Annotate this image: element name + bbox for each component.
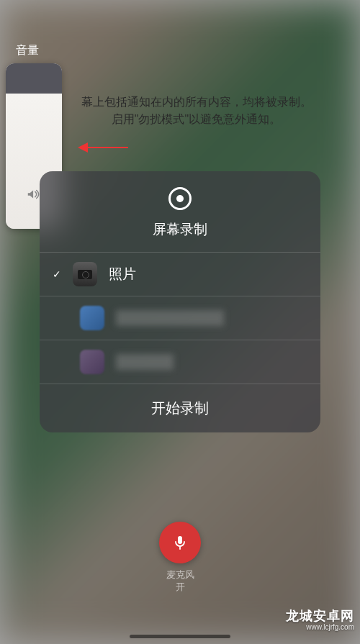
microphone-section: 麦克风 开 xyxy=(159,522,201,594)
watermark-title: 龙城安卓网 xyxy=(286,607,354,625)
start-recording-button[interactable]: 开始录制 xyxy=(40,384,320,432)
microphone-label: 麦克风 开 xyxy=(159,569,201,594)
volume-label: 音量 xyxy=(16,43,39,58)
microphone-toggle-button[interactable] xyxy=(159,522,201,563)
screen-recording-panel: 屏幕录制 ✓ 照片 开始录制 xyxy=(40,171,320,432)
app-name-blurred xyxy=(116,354,174,370)
checkmark-icon: ✓ xyxy=(53,268,66,280)
app-option-photos[interactable]: ✓ 照片 xyxy=(40,253,320,296)
app-option-blurred-2[interactable] xyxy=(40,340,320,384)
app-name-label: 照片 xyxy=(109,265,136,284)
app-icon-blurred xyxy=(80,350,104,374)
camera-app-icon xyxy=(73,262,97,286)
annotation-arrow xyxy=(78,140,128,155)
watermark: 龙城安卓网 www.lcjrfg.com xyxy=(286,607,354,631)
destination-app-list: ✓ 照片 xyxy=(40,252,320,384)
app-icon-blurred xyxy=(80,306,104,330)
app-option-blurred-1[interactable] xyxy=(40,296,320,340)
app-name-blurred xyxy=(116,310,224,326)
panel-title: 屏幕录制 xyxy=(40,220,320,239)
microphone-icon xyxy=(171,534,189,551)
panel-header: 屏幕录制 xyxy=(40,171,320,252)
volume-track-empty xyxy=(6,63,62,94)
home-indicator[interactable] xyxy=(130,635,230,638)
svg-rect-0 xyxy=(178,536,182,544)
record-icon xyxy=(168,187,192,210)
recording-notice-text: 幕上包括通知在内的所有内容，均将被录制。 启用"勿扰模式"以避免意外通知。 xyxy=(65,94,328,128)
